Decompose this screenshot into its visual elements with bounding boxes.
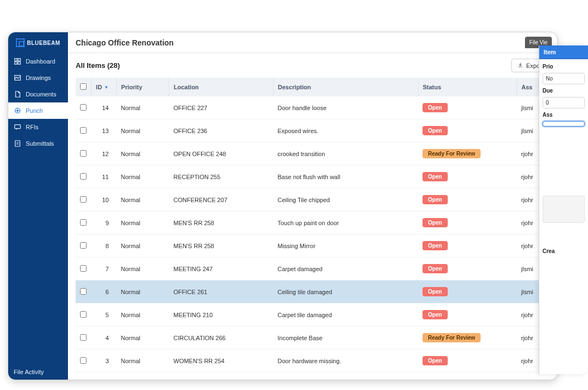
cell-priority: Normal	[117, 257, 169, 280]
download-icon	[517, 62, 523, 69]
attachment-block[interactable]	[543, 196, 585, 223]
cell-description: Touch up paint on door	[273, 211, 419, 234]
cell-priority: Normal	[117, 280, 169, 303]
cell-status: Open	[418, 119, 517, 142]
row-checkbox[interactable]	[80, 311, 87, 318]
cell-status: Ready For Review	[418, 326, 517, 349]
cell-id: 12	[92, 142, 117, 165]
table-row[interactable]: 4NormalCIRCULATION 266Incomplete BaseRea…	[76, 326, 550, 349]
cell-id: 5	[92, 303, 117, 326]
table-row[interactable]: 7NormalMEETING 247Carpet damagedOpenjlsm…	[76, 257, 550, 280]
cell-location: OPEN OFFICE 248	[169, 142, 273, 165]
row-checkbox[interactable]	[80, 150, 87, 157]
cell-description: Carpet damaged	[273, 257, 419, 280]
cell-location: MEN'S RR 258	[169, 211, 273, 234]
cell-location: MEETING 210	[169, 303, 273, 326]
row-checkbox[interactable]	[80, 265, 87, 272]
table-wrap[interactable]: ID ▼ Priority Location Description Statu…	[68, 78, 557, 380]
row-checkbox[interactable]	[80, 196, 87, 203]
due-label: Due	[543, 88, 585, 94]
sidebar-item-documents[interactable]: Documents	[8, 86, 68, 102]
table-row[interactable]: 13NormalOFFICE 236Exposed wires.Openjlsm…	[76, 119, 550, 142]
table-row[interactable]: 12NormalOPEN OFFICE 248crooked transitio…	[76, 142, 550, 165]
cell-id: 6	[92, 280, 117, 303]
sidebar-item-submittals[interactable]: Submittals	[8, 135, 68, 152]
sidebar-item-drawings[interactable]: Drawings	[8, 70, 68, 86]
col-header-location[interactable]: Location	[169, 78, 273, 96]
sidebar-item-rfis[interactable]: RFIs	[8, 119, 68, 135]
sidebar-item-dashboard[interactable]: Dashboard	[8, 53, 68, 70]
row-checkbox[interactable]	[80, 104, 87, 111]
table-row[interactable]: 11NormalRECEPTION 255Base not flush with…	[76, 165, 550, 188]
sidebar-item-punch[interactable]: Punch	[8, 102, 68, 119]
cell-location: RECEPTION 255	[169, 165, 273, 188]
cell-status: Open	[418, 165, 517, 188]
col-header-status[interactable]: Status	[418, 78, 517, 96]
svg-rect-2	[15, 62, 17, 64]
panel-tab-item[interactable]: Item	[539, 45, 588, 59]
select-all-checkbox[interactable]	[80, 83, 87, 90]
cell-status: Open	[418, 349, 517, 372]
logo-icon	[16, 38, 25, 47]
status-badge: Open	[423, 103, 448, 112]
cell-priority: Normal	[117, 96, 169, 119]
cell-description: Missing Mirror	[273, 234, 419, 257]
status-badge: Open	[423, 126, 448, 135]
cell-priority: Normal	[117, 142, 169, 165]
table-row[interactable]: 14NormalOFFICE 227Door handle looseOpenj…	[76, 96, 550, 119]
row-checkbox[interactable]	[80, 357, 87, 364]
cell-description: Exposed wires.	[273, 119, 419, 142]
svg-rect-3	[18, 62, 20, 64]
header: Chicago Office Renovation File Vie	[68, 32, 557, 53]
cell-location: MEN'S RR 258	[169, 234, 273, 257]
row-checkbox[interactable]	[80, 288, 87, 295]
logo: BLUEBEAM	[8, 32, 68, 53]
app-frame: BLUEBEAM Dashboard Drawings Documents	[8, 32, 558, 380]
cell-status: Open	[418, 188, 517, 211]
main: Chicago Office Renovation File Vie All I…	[68, 32, 557, 380]
sidebar-footer[interactable]: File Activity	[8, 364, 68, 380]
status-badge: Open	[423, 287, 448, 296]
cell-priority: Normal	[117, 326, 169, 349]
cell-location: OFFICE 227	[169, 96, 273, 119]
status-badge: Open	[423, 310, 448, 319]
cell-location: OFFICE 261	[169, 280, 273, 303]
cell-description: Door hardware missing.	[273, 349, 419, 372]
svg-rect-1	[18, 59, 20, 61]
table-row[interactable]: 10NormalCONFERENCE 207Ceiling Tile chipp…	[76, 188, 550, 211]
row-checkbox[interactable]	[80, 173, 87, 180]
cell-id: 4	[92, 326, 117, 349]
col-header-id[interactable]: ID ▼	[92, 78, 117, 96]
items-table: ID ▼ Priority Location Description Statu…	[76, 78, 550, 372]
table-row[interactable]: 5NormalMEETING 210Carpet tile damagedOpe…	[76, 303, 550, 326]
sidebar-item-label: Submittals	[26, 140, 54, 147]
row-checkbox[interactable]	[80, 219, 87, 226]
table-row[interactable]: 3NormalWOMEN'S RR 254Door hardware missi…	[76, 349, 550, 372]
page-title: Chicago Office Renovation	[76, 38, 174, 47]
assignee-input[interactable]	[543, 121, 585, 127]
svg-rect-0	[15, 59, 17, 61]
row-checkbox[interactable]	[80, 334, 87, 341]
col-header-priority[interactable]: Priority	[117, 78, 169, 96]
status-badge: Open	[423, 195, 448, 204]
cell-description: Incomplete Base	[273, 326, 419, 349]
dashboard-icon	[14, 58, 21, 65]
col-header-checkbox[interactable]	[76, 78, 92, 96]
status-badge: Ready For Review	[423, 149, 481, 158]
col-header-description[interactable]: Description	[273, 78, 419, 96]
list-title: All Items (28)	[76, 61, 120, 70]
cell-id: 3	[92, 349, 117, 372]
table-row[interactable]: 6NormalOFFICE 261Ceiling tile damagedOpe…	[76, 280, 550, 303]
cell-status: Open	[418, 96, 517, 119]
row-checkbox[interactable]	[80, 242, 87, 249]
row-checkbox[interactable]	[80, 127, 87, 134]
cell-priority: Normal	[117, 188, 169, 211]
status-badge: Open	[423, 218, 448, 227]
priority-select[interactable]: No	[543, 73, 585, 84]
table-row[interactable]: 8NormalMEN'S RR 258Missing MirrorOpenrjo…	[76, 234, 550, 257]
table-row[interactable]: 9NormalMEN'S RR 258Touch up paint on doo…	[76, 211, 550, 234]
panel-body: Prio No Due 0 Ass Crea	[539, 59, 588, 259]
sidebar-item-label: Dashboard	[26, 58, 55, 65]
detail-panel: Item Prio No Due 0 Ass Crea	[539, 45, 588, 374]
due-input[interactable]: 0	[543, 97, 585, 108]
